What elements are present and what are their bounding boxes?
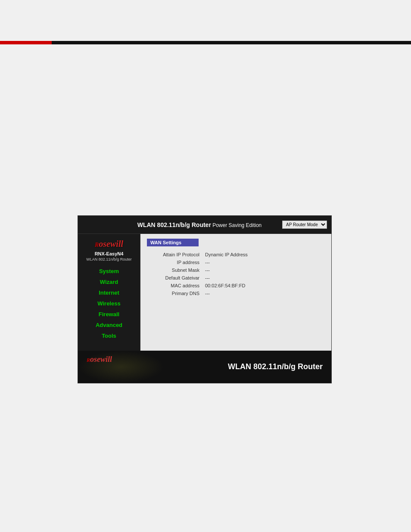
- sidebar-item-internet[interactable]: Internet: [78, 288, 140, 297]
- table-row: Subnet Mask ---: [147, 266, 325, 274]
- field-label-attain-ip: Attain IP Protocol: [147, 251, 203, 258]
- sidebar-item-system[interactable]: System: [78, 267, 140, 276]
- sidebar-item-tools[interactable]: Tools: [78, 331, 140, 340]
- field-label-primary-dns: Primary DNS: [147, 289, 203, 297]
- field-label-subnet-mask: Subnet Mask: [147, 266, 203, 274]
- field-label-ip-address: IP address: [147, 258, 203, 266]
- sidebar-item-wizard[interactable]: Wizard: [78, 277, 140, 286]
- sidebar-item-advanced[interactable]: Advanced: [78, 320, 140, 330]
- main-content: WAN Settings Attain IP Protocol Dynamic …: [140, 234, 331, 351]
- top-bar-dark: [0, 41, 411, 44]
- router-body: Rosewill RNX-EasyN4 WLAN 802.11n/b/g Rou…: [78, 234, 331, 351]
- section-header: WAN Settings: [147, 239, 199, 246]
- field-label-mac-address: MAC address: [147, 282, 203, 289]
- footer-logo: Rosewill: [87, 354, 112, 364]
- sidebar: Rosewill RNX-EasyN4 WLAN 802.11n/b/g Rou…: [78, 234, 140, 351]
- table-row: Attain IP Protocol Dynamic IP Address: [147, 251, 325, 258]
- field-value-mac-address: 00:02:6F:54:BF:FD: [203, 282, 325, 289]
- field-value-subnet-mask: ---: [203, 266, 325, 274]
- field-value-ip-address: ---: [203, 258, 325, 266]
- field-value-attain-ip: Dynamic IP Address: [203, 251, 325, 258]
- footer-title: WLAN 802.11n/b/g Router: [228, 362, 323, 371]
- table-row: MAC address 00:02:6F:54:BF:FD: [147, 282, 325, 289]
- sidebar-model: RNX-EasyN4: [95, 251, 124, 256]
- field-label-default-gateway: Default Gateivar: [147, 274, 203, 282]
- content-inner: WAN Settings Attain IP Protocol Dynamic …: [140, 234, 331, 302]
- router-footer: Rosewill WLAN 802.11n/b/g Router: [78, 351, 331, 383]
- field-value-default-gateway: ---: [203, 274, 325, 282]
- table-row: IP address ---: [147, 258, 325, 266]
- header-title-bold: WLAN 802.11n/b/g Router: [137, 221, 211, 228]
- sidebar-logo: Rosewill: [95, 238, 123, 249]
- mode-select[interactable]: AP Router Mode Client Mode Bridge Mode: [282, 221, 327, 229]
- settings-table: Attain IP Protocol Dynamic IP Address IP…: [147, 251, 325, 297]
- header-bar: WLAN 802.11n/b/g Router Power Saving Edi…: [78, 216, 331, 234]
- header-title: WLAN 802.11n/b/g Router Power Saving Edi…: [117, 221, 282, 228]
- router-ui: WLAN 802.11n/b/g Router Power Saving Edi…: [78, 215, 332, 383]
- sidebar-subtitle: WLAN 802.11n/b/g Router: [86, 257, 132, 261]
- top-bar-red: [0, 41, 52, 44]
- field-value-primary-dns: ---: [203, 289, 325, 297]
- sidebar-item-wireless[interactable]: Wireless: [78, 299, 140, 308]
- table-row: Default Gateivar ---: [147, 274, 325, 282]
- table-row: Primary DNS ---: [147, 289, 325, 297]
- header-title-normal: Power Saving Edition: [211, 222, 262, 228]
- sidebar-item-firewall[interactable]: Firewall: [78, 310, 140, 319]
- sidebar-nav: System Wizard Internet Wireless Firewall…: [78, 267, 140, 340]
